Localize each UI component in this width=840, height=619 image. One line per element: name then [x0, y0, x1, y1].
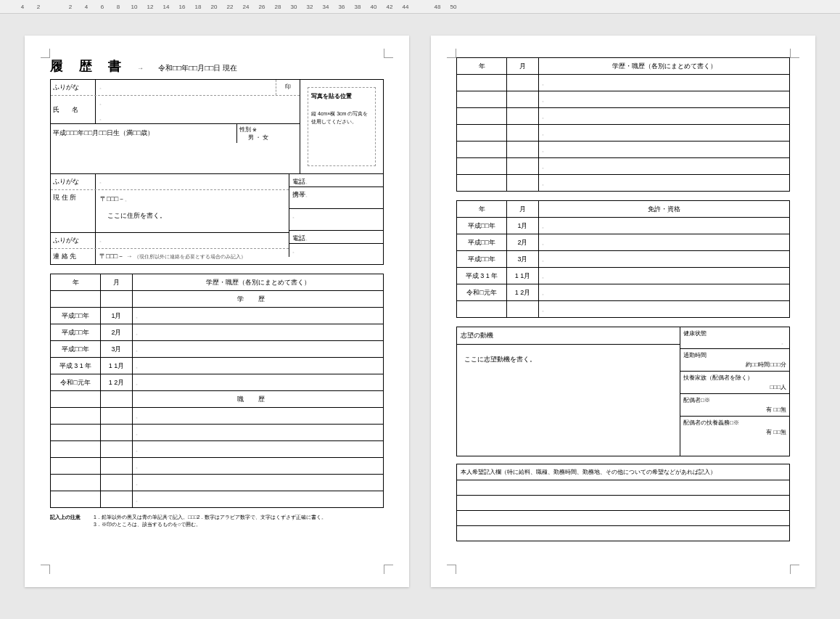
page-2: 年月学歴・職歴（各別にまとめて書く） 。 。 。 。 。 。 。 年月免許・資格…: [431, 36, 815, 587]
arrow-icon: →: [137, 65, 144, 72]
address-section: ふりがな。 現 住 所 〒□□□－。 ここに住所を書く。 ふりがな。 連 絡 先…: [50, 174, 384, 265]
furigana-field[interactable]: 。: [96, 80, 276, 95]
gender-cell[interactable]: 性別 ※ 男 ・ 女: [236, 124, 300, 143]
history-table-2: 年月学歴・職歴（各別にまとめて書く） 。 。 。 。 。 。 。: [456, 57, 790, 192]
personal-info-box: ふりがな 。 印 氏 名 。。 平成□□□年□□月□□日生（満□□歳） 性別 ※…: [50, 79, 384, 174]
document-workspace: 履 歴 書 → 令和□□年□□月□□日 現在 ふりがな 。 印 氏 名 。。 平…: [0, 14, 840, 609]
phone-cell[interactable]: 電話。: [289, 174, 383, 187]
furigana-label: ふりがな: [51, 80, 96, 95]
phone-cell-2[interactable]: 電話。: [289, 231, 383, 244]
photo-placeholder[interactable]: 写真を貼る位置 縦 4cm×横 3cm の写真を使用してください。: [308, 87, 376, 166]
history-table-1: 年月学歴・職歴（各別にまとめて書く） 学歴 平成□□年1月。 平成□□年2月。 …: [50, 274, 384, 508]
license-table: 年月免許・資格 平成□□年1月。 平成□□年2月。 平成□□年3月。 平成 3 …: [456, 200, 790, 318]
motivation-box: 志望の動機 ここに志望動機を書く。: [456, 327, 680, 456]
contact-field[interactable]: 〒□□□－ → （現住所以外に連絡を必要とする場合のみ記入）: [96, 249, 289, 264]
photo-area: 写真を貼る位置 縦 4cm×横 3cm の写真を使用してください。: [300, 80, 383, 173]
footnote: 記入上の注意 1．鉛筆以外の黒又は青の筆記具で記入。□□□2．数字はアラビア数字…: [50, 514, 384, 528]
document-title: 履 歴 書: [50, 57, 123, 75]
contact-label: 連 絡 先: [51, 249, 96, 264]
name-label: 氏 名: [51, 96, 96, 123]
motivation-row: 志望の動機 ここに志望動機を書く。 健康状態。 通勤時間約□□時間□□□分 扶養…: [456, 327, 790, 456]
page-1: 履 歴 書 → 令和□□年□□月□□日 現在 ふりがな 。 印 氏 名 。。 平…: [25, 36, 409, 587]
horizontal-ruler: 4224681012141618202224262830323436384042…: [0, 0, 840, 14]
motivation-field[interactable]: ここに志望動機を書く。: [457, 345, 680, 456]
side-info-box: 健康状態。 通勤時間約□□時間□□□分 扶養家族（配偶者を除く）□□□人 配偶者…: [680, 327, 790, 456]
date-line: 令和□□年□□月□□日 現在: [158, 63, 237, 73]
name-field[interactable]: 。。: [96, 96, 300, 123]
wish-box: 本人希望記入欄（特に給料、職種、勤務時間、勤務地、その他についての希望などがあれ…: [456, 464, 790, 541]
address-field[interactable]: 〒□□□－。 ここに住所を書く。: [96, 190, 289, 232]
mobile-cell[interactable]: 携帯。: [289, 187, 383, 209]
dob-field[interactable]: 平成□□□年□□月□□日生（満□□歳）: [51, 124, 236, 143]
stamp-cell: 印: [276, 80, 300, 95]
address-label: 現 住 所: [51, 190, 96, 232]
